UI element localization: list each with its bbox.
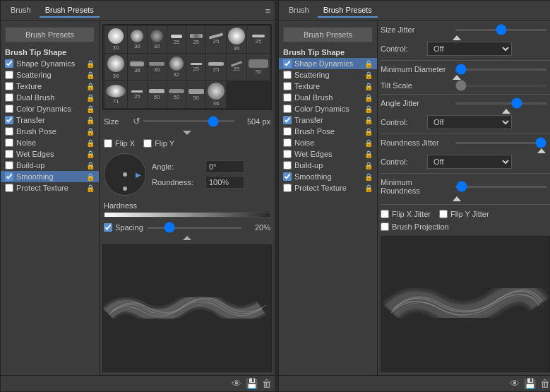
right-brush-item-6[interactable]: Brush Pose 🔒 (279, 126, 377, 137)
brush-item-checkbox[interactable] (283, 59, 292, 68)
right-brush-item-5[interactable]: Transfer 🔒 (279, 114, 377, 126)
brush-item-checkbox[interactable] (283, 127, 292, 136)
brush-cell[interactable]: 36 (206, 81, 226, 108)
flip-y-jitter-check[interactable]: Flip Y Jitter (439, 210, 489, 218)
brush-cell[interactable]: 25 (227, 54, 246, 81)
spacing-checkbox[interactable] (104, 223, 112, 232)
brush-cell[interactable]: 30 (104, 26, 127, 53)
right-trash-icon[interactable]: 🗑 (540, 378, 550, 389)
brush-item-label[interactable]: Brush Pose (5, 127, 83, 136)
brush-item-label[interactable]: Transfer (5, 116, 83, 124)
brush-cell[interactable]: 30 (148, 26, 167, 53)
left-brush-item-3[interactable]: Dual Brush 🔒 (1, 92, 99, 103)
brush-item-checkbox[interactable] (5, 127, 13, 136)
flip-y-jitter-checkbox[interactable] (439, 210, 448, 218)
brush-item-label[interactable]: Brush Pose (283, 127, 361, 136)
brush-item-label[interactable]: Protect Texture (5, 184, 83, 192)
right-eye-icon[interactable]: 👁 (510, 378, 520, 389)
brush-item-label[interactable]: Scattering (5, 71, 83, 79)
brush-item-checkbox[interactable] (283, 138, 292, 147)
brush-item-checkbox[interactable] (283, 161, 292, 170)
brush-item-label[interactable]: Texture (283, 82, 361, 90)
brush-item-label[interactable]: Scattering (283, 71, 361, 79)
brush-cell[interactable]: 50 (186, 81, 205, 108)
brush-item-checkbox[interactable] (283, 150, 292, 158)
brush-item-label[interactable]: Wet Edges (283, 150, 361, 158)
right-brush-item-3[interactable]: Dual Brush 🔒 (279, 92, 377, 103)
brush-item-checkbox[interactable] (283, 105, 292, 113)
brush-item-label[interactable]: Build-up (283, 161, 361, 170)
right-brush-item-0[interactable]: Shape Dynamics 🔒 (279, 58, 377, 69)
left-tab-brush[interactable]: Brush (5, 4, 37, 18)
brush-item-label[interactable]: Noise (283, 138, 361, 147)
brush-cell[interactable]: 36 (148, 54, 167, 81)
brush-item-label[interactable]: Dual Brush (283, 93, 361, 102)
save-icon[interactable]: 💾 (246, 378, 258, 389)
brush-item-label[interactable]: Color Dynamics (283, 105, 361, 113)
brush-item-label[interactable]: Dual Brush (5, 93, 83, 102)
flip-x-check[interactable]: Flip X (104, 139, 135, 148)
brush-item-checkbox[interactable] (283, 71, 292, 79)
brush-item-label[interactable]: Texture (5, 82, 83, 90)
brush-item-checkbox[interactable] (5, 105, 13, 113)
brush-item-label[interactable]: Wet Edges (5, 150, 83, 158)
left-brush-item-4[interactable]: Color Dynamics 🔒 (1, 103, 99, 114)
brush-item-checkbox[interactable] (283, 184, 292, 192)
right-preset-button[interactable]: Brush Presets (283, 27, 373, 42)
left-brush-item-0[interactable]: Shape Dynamics 🔒 (1, 58, 99, 69)
angle-input[interactable] (205, 160, 244, 173)
reset-size-icon[interactable]: ↺ (133, 116, 141, 126)
right-tab-brush[interactable]: Brush (283, 4, 315, 18)
trash-icon[interactable]: 🗑 (262, 378, 272, 389)
left-preset-button[interactable]: Brush Presets (5, 27, 95, 42)
size-slider[interactable] (143, 120, 234, 122)
brush-item-checkbox[interactable] (5, 150, 13, 158)
right-save-icon[interactable]: 💾 (524, 378, 536, 389)
brush-cell[interactable]: 25 (206, 54, 226, 81)
brush-item-checkbox[interactable] (5, 184, 13, 192)
min-diameter-slider[interactable] (455, 69, 546, 71)
flip-y-check[interactable]: Flip Y (143, 139, 174, 148)
spacing-slider[interactable] (148, 227, 241, 229)
left-brush-item-7[interactable]: Noise 🔒 (1, 137, 99, 148)
right-brush-item-9[interactable]: Build-up 🔒 (279, 160, 377, 171)
flip-y-checkbox[interactable] (143, 139, 152, 148)
brush-cell[interactable]: 25 (167, 26, 186, 53)
size-jitter-slider[interactable] (455, 29, 546, 31)
brush-item-checkbox[interactable] (5, 138, 13, 147)
left-brush-item-2[interactable]: Texture 🔒 (1, 81, 99, 92)
right-brush-item-8[interactable]: Wet Edges 🔒 (279, 148, 377, 160)
brush-item-label[interactable]: Shape Dynamics (283, 59, 361, 68)
control-select-1[interactable]: Off Fade Pen Pressure Pen Tilt (427, 42, 512, 56)
brush-cell[interactable]: 30 (128, 26, 147, 53)
brush-cell[interactable]: 36 (227, 26, 246, 53)
left-panel-menu-icon[interactable]: ≡ (265, 6, 270, 16)
brush-cell[interactable]: 25 (206, 26, 226, 53)
angle-widget[interactable]: ▶ (104, 153, 146, 196)
eye-icon[interactable]: 👁 (232, 378, 241, 389)
brush-item-label[interactable]: Smoothing (5, 172, 83, 181)
brush-projection-check[interactable]: Brush Projection (381, 222, 449, 231)
brush-item-checkbox[interactable] (283, 82, 292, 90)
left-brush-item-9[interactable]: Build-up 🔒 (1, 160, 99, 171)
hardness-bar[interactable] (104, 212, 270, 218)
right-brush-item-11[interactable]: Protect Texture 🔒 (279, 182, 377, 194)
right-brush-item-7[interactable]: Noise 🔒 (279, 137, 377, 148)
brush-item-label[interactable]: Shape Dynamics (5, 59, 83, 68)
brush-item-checkbox[interactable] (283, 93, 292, 102)
left-brush-item-11[interactable]: Protect Texture 🔒 (1, 182, 99, 194)
brush-projection-checkbox[interactable] (381, 222, 389, 231)
right-brush-item-10[interactable]: Smoothing 🔒 (279, 171, 377, 182)
brush-cell[interactable]: 50 (247, 54, 270, 81)
control-select-2[interactable]: Off Fade Pen Pressure Direction (427, 115, 512, 129)
left-brush-item-10[interactable]: Smoothing 🔒 (1, 171, 99, 182)
brush-item-checkbox[interactable] (5, 172, 13, 181)
right-brush-item-1[interactable]: Scattering 🔒 (279, 69, 377, 81)
brush-cell[interactable]: 71 (104, 81, 127, 108)
right-tab-brush-presets[interactable]: Brush Presets (318, 4, 378, 18)
brush-cell[interactable]: 50 (148, 81, 167, 108)
brush-item-checkbox[interactable] (283, 116, 292, 124)
spacing-check[interactable]: Spacing (104, 223, 143, 232)
brush-item-label[interactable]: Build-up (5, 161, 83, 170)
left-brush-item-1[interactable]: Scattering 🔒 (1, 69, 99, 81)
